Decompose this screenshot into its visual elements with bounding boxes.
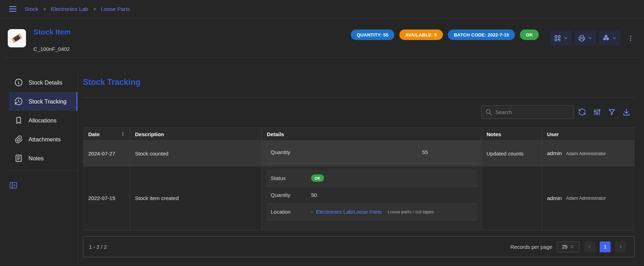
part-name: C_100nF_0402	[33, 46, 70, 52]
sidebar-item-stock-details[interactable]: Stock Details	[9, 73, 77, 92]
user-full-name: Adam Administrator	[566, 195, 606, 201]
status-ok-badge: OK	[520, 29, 539, 40]
stock-tracking-table: Date Description Details Notes User 2024…	[83, 127, 635, 230]
status-ok-chip: OK	[311, 174, 324, 182]
sidebar-item-allocations[interactable]: Allocations	[9, 111, 77, 130]
next-page-button[interactable]	[615, 241, 626, 252]
table-footer: 1 - 2 / 2 Records per page 25 1	[83, 236, 635, 257]
cell-user: admin Adam Administrator	[542, 166, 635, 230]
cell-notes	[482, 166, 542, 230]
sidebar-item-attachments[interactable]: Attachments	[9, 130, 77, 149]
cell-date: 2022-07-15	[83, 166, 130, 230]
chevron-left-icon	[587, 244, 592, 250]
sidebar-item-label: Attachments	[28, 136, 61, 143]
sidebar-collapse-icon[interactable]	[9, 181, 77, 190]
stock-operations-button[interactable]	[599, 31, 620, 46]
chevron-right-icon	[618, 244, 623, 250]
status-badges: QUANTITY: 55 AVAILABLE: 5 BATCH CODE: 20…	[351, 29, 539, 40]
previous-page-button[interactable]	[584, 241, 595, 252]
column-header-user: User	[542, 128, 635, 140]
cell-date: 2024-07-27	[83, 141, 130, 166]
user-full-name: Adam Administrator	[566, 151, 606, 156]
search-icon	[485, 108, 492, 116]
header-actions	[550, 31, 634, 46]
sidebar-item-label: Stock Tracking	[28, 98, 66, 105]
details-value: 55	[372, 149, 478, 155]
details-location-row: Location - Electronics Lab/Loose Parts L…	[266, 204, 478, 220]
column-header-date[interactable]: Date	[83, 128, 130, 140]
column-header-notes: Notes	[482, 128, 542, 140]
chevron-down-icon	[612, 35, 617, 41]
sidebar-item-label: Stock Details	[28, 79, 62, 86]
details-label: Location	[266, 209, 311, 215]
printer-icon	[578, 34, 586, 42]
qrcode-icon	[554, 34, 561, 42]
sidebar: Stock Details Stock Tracking Allocations…	[9, 73, 77, 190]
username: admin	[547, 150, 562, 157]
sort-arrows-icon	[120, 131, 125, 137]
username: admin	[547, 195, 562, 201]
column-header-details: Details	[262, 128, 482, 140]
table-row: 2022-07-15 Stock item created Status OK …	[83, 166, 635, 230]
panel-heading-divider	[83, 97, 635, 98]
available-badge: AVAILABLE: 5	[399, 29, 443, 40]
sidebar-item-notes[interactable]: Notes	[9, 149, 77, 168]
breadcrumb-separator: >	[93, 6, 96, 12]
search-input[interactable]	[495, 109, 570, 115]
breadcrumb-separator: >	[43, 6, 46, 12]
quantity-badge: QUANTITY: 55	[351, 29, 394, 40]
details-quantity-row: Quantity 50	[266, 187, 478, 204]
column-header-description: Description	[130, 128, 262, 140]
refresh-icon[interactable]	[578, 107, 587, 117]
selector-icon	[569, 244, 574, 249]
kebab-menu-icon[interactable]	[627, 34, 634, 43]
barcode-actions-button[interactable]	[550, 31, 572, 46]
breadcrumb-stock[interactable]: Stock	[25, 6, 38, 12]
table-search	[481, 105, 574, 119]
stock-item-page: Stock > Electronics Lab > Loose Parts St…	[0, 0, 644, 266]
table-row: 2024-07-27 Stock counted Quantity 55 Upd…	[83, 141, 635, 166]
stock-cubes-icon	[602, 34, 610, 42]
download-icon[interactable]	[622, 108, 631, 116]
top-navigation-bar: Stock > Electronics Lab > Loose Parts	[0, 0, 644, 18]
history-icon	[14, 97, 23, 106]
header-divider	[4, 58, 640, 58]
table-header-row: Date Description Details Notes User	[83, 128, 635, 141]
pagination-controls: Records per page 25 1	[510, 241, 626, 252]
record-range: 1 - 2 / 2	[89, 244, 107, 250]
location-description: Loose parts / cut tapes	[388, 209, 434, 214]
records-per-page-label: Records per page	[510, 244, 552, 250]
chevron-down-icon	[587, 35, 593, 41]
details-label: Quantity	[266, 192, 311, 198]
panel-heading: Stock Tracking	[83, 78, 141, 87]
filter-icon[interactable]	[607, 108, 616, 117]
print-actions-button[interactable]	[574, 31, 596, 46]
breadcrumb-loose-parts[interactable]: Loose Parts	[101, 6, 130, 12]
sidebar-bottom-divider	[9, 171, 77, 171]
cell-notes: Updated counts	[482, 141, 542, 166]
page-1-button[interactable]: 1	[600, 241, 611, 252]
notes-icon	[14, 154, 23, 163]
cell-description: Stock item created	[130, 166, 262, 230]
cell-description: Stock counted	[130, 141, 262, 166]
page-size-select[interactable]: 25	[557, 241, 580, 252]
paperclip-icon	[14, 135, 23, 144]
sidebar-item-label: Notes	[28, 155, 44, 162]
batch-code-badge: BATCH CODE: 2022-7-15	[448, 29, 515, 40]
details-label: Status	[266, 175, 311, 181]
adjustments-icon[interactable]	[593, 108, 601, 117]
part-thumbnail[interactable]	[8, 29, 26, 47]
page-title: Stock Item	[33, 28, 71, 36]
bookmark-icon	[14, 116, 23, 125]
page-size-value: 25	[562, 244, 568, 250]
breadcrumb-electronics-lab[interactable]: Electronics Lab	[51, 6, 88, 12]
hamburger-menu-icon[interactable]	[8, 4, 18, 14]
location-link[interactable]: Electronics Lab/Loose Parts	[316, 209, 382, 215]
details-status-row: Status OK	[266, 170, 478, 187]
sidebar-item-label: Allocations	[28, 117, 57, 124]
sidebar-item-stock-tracking[interactable]: Stock Tracking	[9, 92, 77, 111]
sidebar-divider-line	[77, 71, 78, 266]
breadcrumb: Stock > Electronics Lab > Loose Parts	[25, 6, 130, 12]
details-quantity-row: Quantity 55	[266, 141, 478, 164]
chevron-down-icon	[563, 35, 568, 41]
